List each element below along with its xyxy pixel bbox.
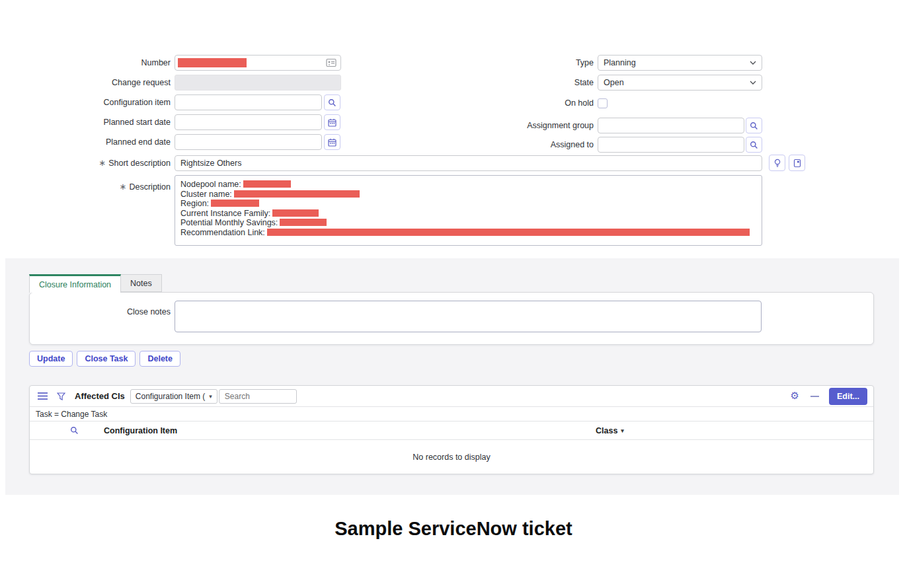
caret-down-icon: ▾ (209, 393, 212, 400)
redaction-bar (280, 219, 327, 226)
configuration-item-label: Configuration item (19, 94, 171, 110)
planned-end-date-label: Planned end date (19, 134, 171, 150)
list-header-row: Configuration Item Class ▾ (30, 422, 873, 440)
knowledge-button[interactable] (789, 155, 805, 171)
description-line: Potential Monthly Savings: (180, 218, 756, 228)
tab-closure-information[interactable]: Closure Information (29, 274, 121, 293)
calendar-icon (328, 138, 336, 147)
assigned-to-label: Assigned to (442, 137, 594, 153)
affected-cis-toolbar: Affected CIs Configuration Item ( ▾ ⚙ Ed… (30, 386, 873, 406)
on-hold-checkbox[interactable] (598, 98, 608, 108)
column-configuration-item[interactable]: Configuration Item (104, 422, 177, 440)
short-description-input[interactable] (175, 155, 762, 171)
delete-button[interactable]: Delete (139, 351, 180, 367)
number-field[interactable] (175, 55, 341, 71)
suggestion-button[interactable] (769, 155, 785, 171)
required-marker: ∗ (99, 158, 106, 168)
close-notes-textarea[interactable] (175, 301, 762, 332)
type-select[interactable]: Planning (598, 55, 762, 71)
close-task-button[interactable]: Close Task (77, 351, 136, 367)
affected-cis-search-input[interactable] (219, 389, 297, 404)
section-tabs: Closure Information Notes (29, 274, 162, 293)
required-marker: ∗ (120, 182, 127, 192)
state-select[interactable]: Open (598, 75, 762, 91)
description-line: Recommendation Link: (180, 228, 756, 238)
number-label: Number (19, 55, 171, 71)
search-icon (328, 98, 336, 107)
search-icon (750, 122, 758, 130)
assigned-to-input[interactable] (598, 137, 744, 153)
caret-down-icon: ▾ (621, 422, 624, 440)
image-caption: Sample ServiceNow ticket (0, 518, 907, 540)
calendar-icon (328, 118, 336, 127)
change-request-field (175, 75, 341, 91)
servicenow-ticket-screenshot: Number Change request Configuration item… (0, 0, 907, 588)
planned-start-date-label: Planned start date (19, 114, 171, 130)
planned-end-date-picker-button[interactable] (324, 134, 340, 150)
redaction-bar (272, 209, 319, 217)
configuration-item-lookup-button[interactable] (324, 94, 340, 110)
change-request-label: Change request (19, 75, 171, 91)
lightbulb-icon (773, 159, 781, 168)
chevron-down-icon (750, 61, 756, 65)
number-redaction (178, 58, 247, 67)
edit-button[interactable]: Edit... (829, 388, 867, 405)
collapse-icon[interactable] (810, 396, 819, 397)
assigned-to-lookup-button[interactable] (746, 137, 762, 153)
description-line: Region: (180, 199, 756, 209)
on-hold-label: On hold (442, 95, 594, 111)
empty-state-message: No records to display (30, 440, 873, 474)
assignment-group-lookup-button[interactable] (746, 118, 762, 133)
update-button[interactable]: Update (29, 351, 73, 367)
search-field-selector[interactable]: Configuration Item ( ▾ (130, 389, 217, 404)
clipboard-icon (793, 159, 801, 168)
type-label: Type (442, 55, 594, 71)
configuration-item-input[interactable] (175, 94, 322, 110)
redaction-bar (243, 180, 291, 188)
redaction-bar (211, 200, 259, 207)
description-textarea[interactable]: Nodepool name: Cluster name: Region: Cur… (175, 175, 762, 246)
close-notes-label: Close notes (19, 304, 171, 320)
column-search-icon[interactable] (70, 426, 79, 435)
description-line: Nodepool name: (180, 180, 756, 190)
assignment-group-label: Assignment group (442, 118, 594, 133)
state-label: State (442, 75, 594, 91)
form-action-buttons: Update Close Task Delete (29, 351, 180, 367)
column-class[interactable]: Class ▾ (596, 422, 624, 440)
list-filter-breadcrumb[interactable]: Task = Change Task (30, 406, 873, 422)
gear-icon[interactable]: ⚙ (791, 391, 799, 401)
description-label: ∗Description (19, 179, 171, 195)
description-line: Cluster name: (180, 190, 756, 200)
list-menu-icon[interactable] (38, 392, 48, 400)
chevron-down-icon (750, 81, 756, 85)
affected-cis-title: Affected CIs (75, 391, 125, 401)
search-icon (750, 141, 758, 149)
planned-end-date-input[interactable] (175, 134, 322, 150)
tab-notes[interactable]: Notes (121, 274, 162, 292)
filter-icon[interactable] (57, 392, 65, 400)
preview-record-icon[interactable] (326, 58, 336, 67)
short-description-label: ∗Short description (19, 155, 171, 171)
planned-start-date-input[interactable] (175, 114, 322, 130)
redaction-bar (234, 190, 360, 198)
planned-start-date-picker-button[interactable] (324, 114, 340, 130)
description-line: Current Instance Family: (180, 209, 756, 219)
affected-cis-list: Affected CIs Configuration Item ( ▾ ⚙ Ed… (29, 385, 874, 474)
redaction-bar (267, 229, 750, 236)
assignment-group-input[interactable] (598, 118, 744, 133)
